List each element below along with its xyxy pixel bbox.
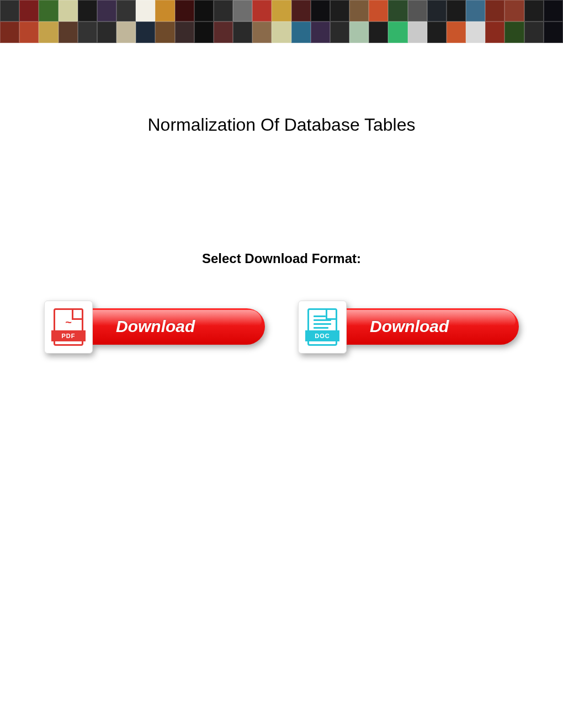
doc-badge: DOC xyxy=(298,301,347,354)
download-doc-pill: Download xyxy=(320,308,519,345)
banner-tile xyxy=(369,22,388,43)
banner-tile xyxy=(466,0,485,22)
doc-badge-text: DOC xyxy=(305,330,339,341)
banner-tile xyxy=(39,0,58,22)
banner-tile xyxy=(59,22,78,43)
banner-tile xyxy=(97,22,116,43)
banner-tile xyxy=(155,22,174,43)
banner-tile xyxy=(544,0,563,22)
download-doc-button[interactable]: Download DOC xyxy=(298,304,519,352)
banner-tile xyxy=(19,0,39,22)
banner-tile xyxy=(155,0,174,22)
banner-tile xyxy=(0,0,19,22)
banner-tile xyxy=(349,0,369,22)
download-buttons-row: Download ~ PDF Download DOC xyxy=(0,304,563,352)
select-format-label: Select Download Format: xyxy=(0,251,563,266)
banner-tile xyxy=(78,22,97,43)
banner-tile xyxy=(78,0,97,22)
banner-tile xyxy=(252,22,272,43)
banner-tile xyxy=(504,22,524,43)
banner-tile xyxy=(524,0,544,22)
banner-tile xyxy=(194,22,214,43)
banner-tile xyxy=(524,22,544,43)
banner-tile xyxy=(311,0,330,22)
pdf-badge-text: PDF xyxy=(51,330,86,341)
banner-tile xyxy=(272,0,291,22)
banner-tile xyxy=(291,0,311,22)
banner-tile xyxy=(116,22,136,43)
header-banner xyxy=(0,0,563,43)
banner-tile xyxy=(349,22,369,43)
pdf-file-icon: ~ PDF xyxy=(54,308,83,346)
download-pdf-pill: Download xyxy=(66,308,265,345)
banner-tile xyxy=(175,22,194,43)
banner-tile xyxy=(59,0,78,22)
banner-tile xyxy=(388,22,407,43)
banner-tile xyxy=(485,22,504,43)
download-pdf-button[interactable]: Download ~ PDF xyxy=(44,304,265,352)
banner-tile xyxy=(136,22,155,43)
banner-tile xyxy=(214,0,233,22)
banner-tile xyxy=(427,0,447,22)
doc-file-icon: DOC xyxy=(307,308,337,346)
banner-tile xyxy=(233,22,252,43)
banner-tile xyxy=(272,22,291,43)
download-pdf-label: Download xyxy=(116,317,195,336)
banner-tile xyxy=(0,22,19,43)
banner-tile xyxy=(330,22,349,43)
banner-tile xyxy=(427,22,447,43)
banner-tile xyxy=(466,22,485,43)
banner-tile xyxy=(214,22,233,43)
banner-tile xyxy=(388,0,407,22)
banner-tile xyxy=(408,22,427,43)
banner-tile xyxy=(291,22,311,43)
banner-tile xyxy=(175,0,194,22)
banner-tile xyxy=(369,0,388,22)
page-title: Normalization Of Database Tables xyxy=(0,115,563,135)
banner-tile xyxy=(408,0,427,22)
banner-tile xyxy=(252,0,272,22)
banner-tile xyxy=(233,0,252,22)
banner-tile xyxy=(194,0,214,22)
banner-tile xyxy=(485,0,504,22)
banner-tile xyxy=(19,22,39,43)
banner-tile xyxy=(97,0,116,22)
banner-tile xyxy=(544,22,563,43)
banner-tile xyxy=(39,22,58,43)
banner-tile xyxy=(447,22,466,43)
banner-tile xyxy=(136,0,155,22)
banner-tile xyxy=(116,0,136,22)
banner-tile xyxy=(330,0,349,22)
download-doc-label: Download xyxy=(370,317,449,336)
pdf-badge: ~ PDF xyxy=(44,301,93,354)
banner-tile xyxy=(447,0,466,22)
banner-tile xyxy=(504,0,524,22)
banner-tile xyxy=(311,22,330,43)
